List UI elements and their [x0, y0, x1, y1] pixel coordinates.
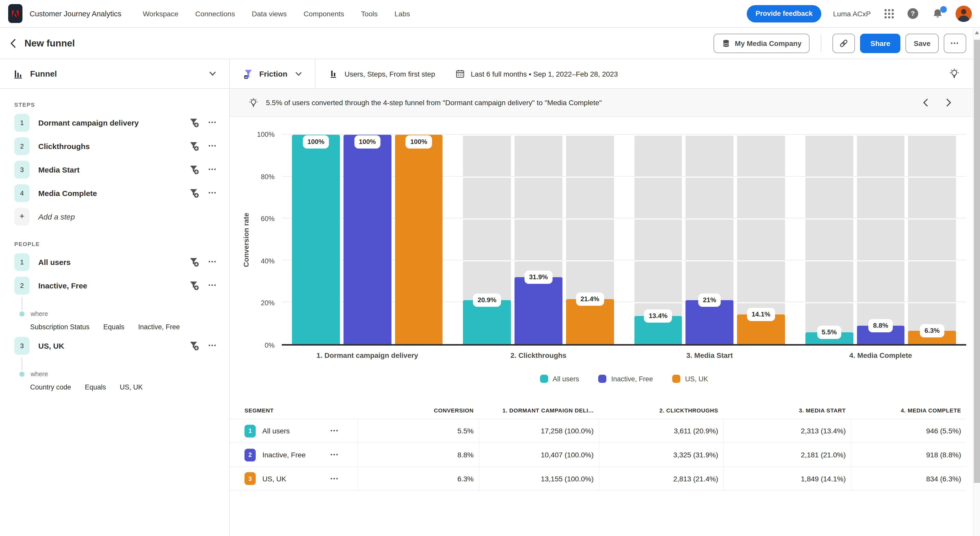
step-more-icon[interactable]: ••• [208, 167, 217, 172]
bar-inactive-free[interactable] [514, 277, 563, 344]
add-filter-icon[interactable] [189, 280, 200, 291]
copy-link-button[interactable] [833, 33, 855, 53]
col-header-step3[interactable]: 3. MEDIA START [723, 407, 851, 414]
where-field[interactable]: Country code [30, 383, 71, 391]
add-filter-icon[interactable] [189, 187, 200, 199]
top-nav: Customer Journey Analytics Workspace Con… [0, 0, 980, 27]
where-value[interactable]: US, UK [120, 383, 143, 391]
add-filter-icon[interactable] [189, 340, 200, 351]
date-range-label: Last 6 full months • Sep 1, 2022–Feb 28,… [471, 70, 618, 78]
col-header-step1[interactable]: 1. DORMANT CAMPAIGN DELI... [479, 407, 599, 414]
previous-insight-button[interactable] [923, 99, 928, 107]
help-icon[interactable]: ? [907, 8, 918, 19]
row-more-icon[interactable]: ••• [331, 476, 339, 481]
step-row-1[interactable]: 1 Dormant campaign delivery ••• [0, 111, 229, 134]
cell-conversion: 5.5% [357, 419, 479, 442]
person-more-icon[interactable]: ••• [208, 259, 217, 264]
table-row: 1 All users ••• 5.5% 17,258 (100.0%) 3,6… [230, 418, 966, 442]
connection-selector-button[interactable]: My Media Company [713, 33, 810, 53]
where-field[interactable]: Subscription Status [30, 323, 89, 331]
chart-legend: All usersInactive, FreeUS, UK [282, 375, 966, 383]
app-switcher-icon[interactable] [885, 9, 894, 18]
nav-item-labs[interactable]: Labs [395, 10, 410, 17]
add-filter-icon[interactable] [189, 117, 200, 128]
where-value[interactable]: Inactive, Free [138, 323, 180, 331]
back-button[interactable] [10, 38, 16, 48]
legend-swatch [598, 375, 607, 383]
col-header-segment[interactable]: SEGMENT [230, 407, 357, 414]
y-axis-tick: 60% [230, 215, 275, 224]
segment-badge: 2 [245, 449, 256, 461]
bar-us-uk[interactable] [566, 299, 614, 344]
add-filter-icon[interactable] [189, 164, 200, 175]
cell-step4: 918 (8.8%) [851, 443, 966, 467]
chevron-left-icon [10, 38, 16, 48]
person-row-2[interactable]: 2 Inactive, Free ••• [0, 274, 229, 297]
bar-us-uk[interactable] [395, 135, 443, 344]
where-operator[interactable]: Equals [103, 323, 124, 331]
cell-step4: 834 (6.3%) [851, 467, 966, 490]
save-button[interactable]: Save [906, 33, 939, 53]
where-operator[interactable]: Equals [85, 383, 106, 391]
step-row-3[interactable]: 3 Media Start ••• [0, 158, 229, 181]
scrollbar-up-arrow-icon[interactable] [975, 31, 979, 34]
person-more-icon[interactable]: ••• [208, 343, 217, 348]
add-step-button[interactable]: + Add a step [0, 205, 229, 228]
person-more-icon[interactable]: ••• [208, 283, 217, 288]
scrollbar-thumb[interactable] [974, 40, 980, 483]
legend-item[interactable]: US, UK [673, 375, 708, 383]
step-row-2[interactable]: 2 Clickthroughs ••• [0, 134, 229, 158]
cell-conversion: 8.8% [357, 443, 479, 467]
legend-item[interactable]: Inactive, Free [598, 375, 653, 383]
more-actions-button[interactable]: ••• [944, 33, 966, 53]
org-switcher[interactable]: Luma ACxP [833, 10, 871, 17]
person-row-1[interactable]: 1 All users ••• [0, 250, 229, 274]
lightbulb-icon [948, 68, 960, 80]
step-more-icon[interactable]: ••• [208, 143, 217, 148]
add-filter-icon[interactable] [189, 256, 200, 267]
viz-type-selector[interactable]: Funnel [0, 59, 229, 89]
where-clause: where Subscription Status Equals Inactiv… [0, 297, 229, 331]
row-more-icon[interactable]: ••• [331, 452, 339, 457]
date-range-selector[interactable]: Last 6 full months • Sep 1, 2022–Feb 28,… [455, 69, 618, 79]
bar-track: 8.8% [857, 135, 905, 344]
add-filter-icon[interactable] [189, 140, 200, 152]
bar-value-label: 100% [303, 135, 329, 148]
nav-item-data-views[interactable]: Data views [252, 10, 287, 17]
bar-all-users[interactable] [292, 135, 340, 344]
bar-group: 100%100%100% [292, 135, 443, 344]
view-selector[interactable]: Friction [230, 59, 315, 88]
nav-item-components[interactable]: Components [304, 10, 344, 17]
nav-item-connections[interactable]: Connections [195, 10, 235, 17]
cell-step4: 946 (5.5%) [851, 419, 966, 442]
step-row-4[interactable]: 4 Media Complete ••• [0, 181, 229, 205]
nav-item-workspace[interactable]: Workspace [143, 10, 178, 17]
bar-inactive-free[interactable] [344, 135, 391, 344]
cell-step3: 2,181 (21.0%) [723, 443, 851, 467]
adobe-logo[interactable] [8, 4, 22, 23]
share-button[interactable]: Share [860, 33, 900, 53]
avatar[interactable] [956, 5, 972, 22]
col-header-step2[interactable]: 2. CLICKTHROUGHS [599, 407, 723, 414]
col-header-step4[interactable]: 4. MEDIA COMPLETE [851, 407, 966, 414]
bar-track: 13.4% [634, 135, 682, 344]
segment-name: Inactive, Free [262, 451, 306, 459]
legend-label: US, UK [685, 375, 708, 383]
vertical-scrollbar[interactable] [973, 27, 980, 536]
col-header-conversion[interactable]: CONVERSION [357, 407, 479, 414]
legend-item[interactable]: All users [540, 375, 579, 383]
x-axis-label: 1. Dormant campaign delivery [292, 351, 443, 359]
insights-toggle-button[interactable] [948, 68, 960, 80]
row-more-icon[interactable]: ••• [331, 428, 339, 433]
plot-groups: 100%100%100%20.9%31.9%21.4%13.4%21%14.1%… [282, 135, 966, 344]
person-row-3[interactable]: 3 US, UK ••• [0, 334, 229, 357]
people-section-label: PEOPLE [14, 241, 229, 247]
step-more-icon[interactable]: ••• [208, 191, 217, 196]
project-toolbar: New funnel My Media Company S [0, 27, 980, 59]
provide-feedback-button[interactable]: Provide feedback [747, 5, 821, 22]
metrics-selector[interactable]: Users, Steps, From first step [329, 69, 435, 79]
next-insight-button[interactable] [946, 99, 951, 107]
notifications-bell-icon[interactable] [932, 8, 943, 19]
step-more-icon[interactable]: ••• [208, 120, 217, 125]
nav-item-tools[interactable]: Tools [361, 10, 377, 17]
